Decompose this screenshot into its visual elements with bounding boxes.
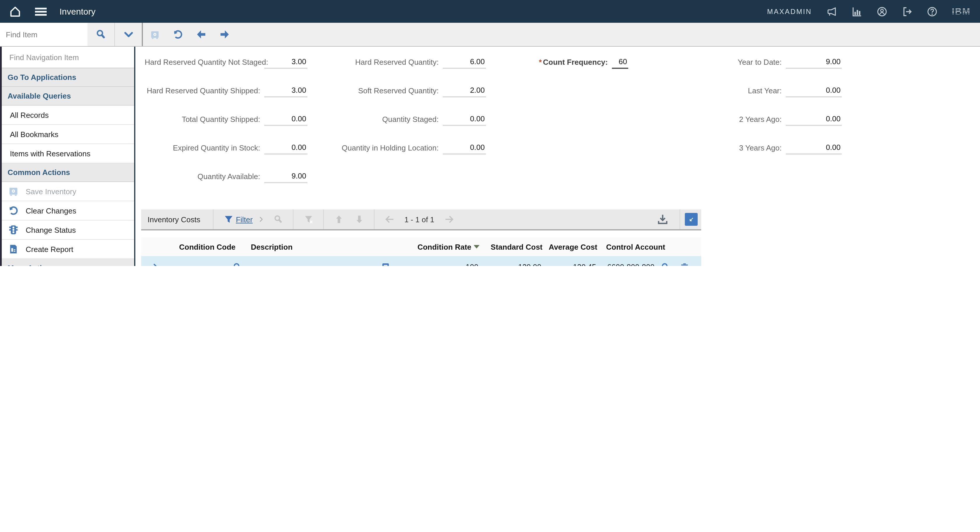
menu-icon[interactable] xyxy=(35,6,47,17)
traffic-light-icon xyxy=(8,225,19,235)
sort-desc-icon xyxy=(474,245,479,248)
find-item-input[interactable] xyxy=(0,29,88,39)
field-hard-reserved-quantity: Hard Reserved Quantity: 6.00 xyxy=(322,51,486,69)
sidebar-item-create-report[interactable]: Create Report xyxy=(2,240,134,259)
field-label: Quantity Available: xyxy=(145,172,260,183)
divider xyxy=(679,209,680,229)
inventory-costs-panel: Inventory Costs Filter 1 - 1 of 1 xyxy=(141,209,701,266)
sidebar-section-common-actions[interactable]: Common Actions xyxy=(2,163,134,182)
column-header-sorted[interactable]: Condition Rate xyxy=(395,237,479,256)
collapse-section-button[interactable] xyxy=(685,213,698,226)
condition-code-input[interactable] xyxy=(173,261,226,266)
field-label: Hard Reserved Quantity Shipped: xyxy=(145,86,260,97)
header-actions: MAXADMIN IBM xyxy=(767,6,970,17)
field-count-frequency: *Count Frequency: 60 xyxy=(520,51,628,69)
help-icon[interactable] xyxy=(927,6,937,17)
condition-rate-input[interactable]: 100 xyxy=(456,261,479,266)
count-frequency-input[interactable]: 60 xyxy=(612,54,628,69)
clear-filter-icon xyxy=(303,214,313,224)
delete-row-icon[interactable] xyxy=(680,262,689,266)
field-hard-reserved-not-staged: Hard Reserved Quantity Not Staged: 3.00 xyxy=(145,51,307,69)
average-cost-input[interactable]: 130.45 xyxy=(570,261,597,266)
row-detail-chevron-icon[interactable] xyxy=(152,263,160,266)
clear-changes-icon[interactable] xyxy=(166,23,189,46)
inventory-costs-toolbar: Inventory Costs Filter 1 - 1 of 1 xyxy=(141,209,701,230)
control-account-input[interactable]: 6600-800-800 xyxy=(606,261,657,266)
app-window: Inventory MAXADMIN IBM Go To A xyxy=(0,0,980,266)
next-page-icon xyxy=(444,214,454,224)
app-header: Inventory MAXADMIN IBM xyxy=(0,0,980,23)
next-record-icon[interactable] xyxy=(213,23,236,46)
profile-icon[interactable] xyxy=(877,6,887,17)
filter-icon[interactable] xyxy=(224,214,234,224)
required-marker: * xyxy=(539,58,542,67)
divider xyxy=(213,209,214,229)
save-record-icon xyxy=(143,23,166,46)
find-navigation-input[interactable] xyxy=(2,52,134,62)
field-2-years-ago: 2 Years Ago: 0.00 xyxy=(707,108,842,126)
field-value: 2.00 xyxy=(443,82,486,97)
field-soft-reserved-quantity: Soft Reserved Quantity: 2.00 xyxy=(322,80,486,97)
find-navigation-box xyxy=(2,47,134,68)
divider xyxy=(323,209,324,229)
sidebar-section-more-actions[interactable]: More Actions xyxy=(2,259,134,266)
column-header[interactable]: Description xyxy=(248,237,377,256)
previous-record-icon[interactable] xyxy=(189,23,213,46)
sidebar-item-label: Save Inventory xyxy=(25,187,76,196)
filter-link[interactable]: Filter xyxy=(236,215,253,224)
sidebar-item-clear-changes[interactable]: Clear Changes xyxy=(2,201,134,220)
page-title: Inventory xyxy=(59,6,95,16)
logout-icon[interactable] xyxy=(902,6,912,17)
next-row-icon xyxy=(354,214,364,224)
condition-code-lookup-icon[interactable] xyxy=(233,263,242,266)
inventory-costs-row[interactable]: 100 129.00 130.45 6600-800-800 xyxy=(141,256,701,266)
main-content: Hard Reserved Quantity Not Staged: 3.00 … xyxy=(135,47,980,266)
field-label: Hard Reserved Quantity Not Staged: xyxy=(145,58,260,69)
reports-icon[interactable] xyxy=(851,6,862,17)
field-value: 9.00 xyxy=(786,54,842,69)
field-hard-reserved-shipped: Hard Reserved Quantity Shipped: 3.00 xyxy=(145,80,307,97)
sidebar-section-go-to-applications[interactable]: Go To Applications xyxy=(2,68,134,87)
column-header[interactable]: Condition Code xyxy=(167,237,226,256)
search-icon[interactable] xyxy=(88,23,115,46)
divider xyxy=(293,209,293,229)
standard-cost-input[interactable]: 129.00 xyxy=(517,261,542,266)
field-value: 0.00 xyxy=(443,139,486,155)
field-label: Last Year: xyxy=(707,86,782,97)
sidebar-item-all-records[interactable]: All Records xyxy=(2,105,134,125)
sidebar-item-items-with-reservations[interactable]: Items with Reservations xyxy=(2,144,134,163)
field-label: Year to Date: xyxy=(707,58,782,69)
save-icon xyxy=(8,186,19,197)
long-description-icon[interactable] xyxy=(381,263,390,266)
download-icon[interactable] xyxy=(657,214,668,225)
column-header[interactable]: Standard Cost xyxy=(479,237,542,256)
field-value: 3.00 xyxy=(264,54,307,69)
announcements-icon[interactable] xyxy=(826,6,837,17)
user-name[interactable]: MAXADMIN xyxy=(767,7,812,16)
filter-expand-chevron-icon[interactable] xyxy=(258,216,264,223)
advanced-search-chevron-icon[interactable] xyxy=(115,23,142,46)
home-icon[interactable] xyxy=(10,6,21,17)
sidebar-item-label: Change Status xyxy=(25,225,76,234)
column-header[interactable]: Control Account xyxy=(597,237,657,256)
sidebar-item-all-bookmarks[interactable]: All Bookmarks xyxy=(2,125,134,144)
field-label: Total Quantity Shipped: xyxy=(145,115,260,126)
undo-icon xyxy=(8,205,19,216)
sidebar-item-change-status[interactable]: Change Status xyxy=(2,220,134,240)
field-value: 0.00 xyxy=(786,111,842,126)
column-header[interactable]: Average Cost xyxy=(542,237,597,256)
record-toolbar xyxy=(0,23,980,47)
field-value: 0.00 xyxy=(786,139,842,155)
field-value: 0.00 xyxy=(786,82,842,97)
field-label: Quantity Staged: xyxy=(322,115,439,126)
description-input[interactable] xyxy=(251,261,373,266)
control-account-lookup-icon[interactable] xyxy=(661,263,670,266)
ibm-logo: IBM xyxy=(952,6,970,17)
sidebar-section-available-queries[interactable]: Available Queries xyxy=(2,87,134,105)
field-value: 6.00 xyxy=(443,54,486,69)
find-item-box xyxy=(0,23,88,46)
sidebar-item-label: Create Report xyxy=(25,245,73,253)
field-year-to-date: Year to Date: 9.00 xyxy=(707,51,842,69)
side-navigation: Go To Applications Available Queries All… xyxy=(0,47,135,266)
sidebar-item-save-inventory: Save Inventory xyxy=(2,182,134,201)
